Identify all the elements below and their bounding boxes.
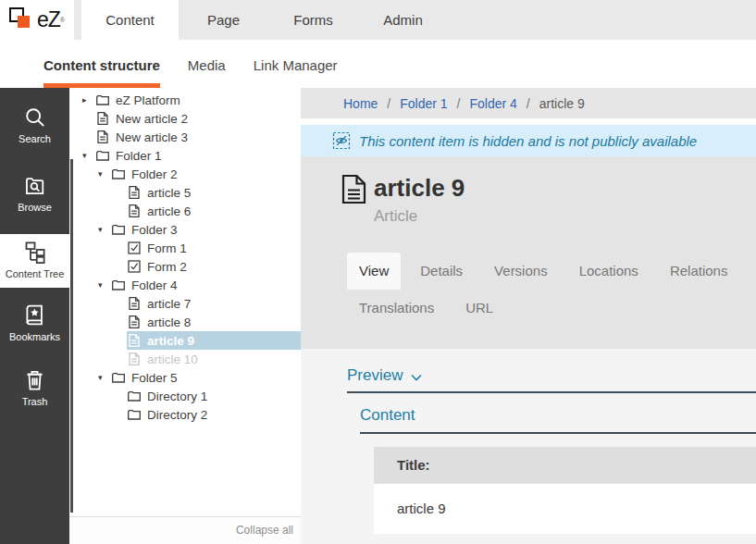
preview-label: Preview: [347, 366, 403, 385]
breadcrumb-separator: /: [387, 96, 390, 111]
tree-item-label: Folder 3: [131, 223, 178, 237]
tree-item-ez-platform[interactable]: ▸eZ Platform: [69, 91, 301, 109]
subnav-item-media[interactable]: Media: [188, 40, 226, 88]
tree-item-directory-1[interactable]: Directory 1: [69, 387, 301, 405]
folder-icon: [95, 148, 110, 163]
ez-logo-text: eZ: [37, 7, 60, 32]
tree-item-article-9[interactable]: article 9: [69, 331, 301, 350]
folder-icon: [111, 167, 126, 181]
tree-item-label: Folder 5: [131, 371, 178, 385]
tab-view[interactable]: View: [347, 253, 401, 290]
article-icon: [127, 204, 142, 218]
tree-item-article-8[interactable]: article 8: [69, 313, 301, 331]
hidden-content-notice: This content item is hidden and is not p…: [301, 125, 756, 156]
tree-item-form-1[interactable]: Form 1: [69, 239, 301, 257]
tree-item-folder-1[interactable]: ▾Folder 1: [69, 146, 301, 165]
folder-icon: [127, 389, 142, 403]
content-type-label: Article: [374, 207, 465, 226]
content-tabs: ViewDetailsVersionsLocationsRelations Tr…: [347, 253, 756, 327]
sidebar-item-browse[interactable]: Browse: [0, 169, 69, 229]
form-icon: [127, 241, 142, 255]
field-value: article 9: [374, 484, 756, 534]
tree-item-article-10[interactable]: article 10: [69, 350, 301, 368]
tab-details[interactable]: Details: [408, 253, 475, 290]
tree-item-label: eZ Platform: [116, 93, 180, 107]
tree-item-folder-2[interactable]: ▾Folder 2: [69, 165, 301, 183]
chevron-down-icon: [411, 367, 422, 386]
content-tree-icon: [22, 240, 47, 265]
tab-translations[interactable]: Translations: [347, 290, 446, 327]
tree-expanded-arrow-icon[interactable]: ▾: [82, 151, 95, 160]
top-nav-tabs: ContentPageFormsAdmin: [81, 0, 448, 40]
sidebar-item-bookmarks[interactable]: Bookmarks: [0, 299, 69, 358]
tree-item-form-2[interactable]: Form 2: [69, 257, 301, 276]
preview-section-toggle[interactable]: Preview: [347, 365, 756, 386]
ez-logo-icon: [9, 7, 34, 32]
document-icon: [341, 174, 366, 204]
registered-mark: ®: [60, 17, 65, 23]
tree-expanded-arrow-icon[interactable]: ▾: [98, 373, 111, 382]
tree-expanded-arrow-icon[interactable]: ▾: [98, 225, 111, 234]
article-icon: [127, 296, 142, 311]
tree-item-label: article 9: [147, 334, 194, 348]
sidebar-item-label: Trash: [0, 396, 69, 407]
article-icon: [127, 185, 142, 200]
article-icon: [127, 352, 142, 366]
folder-icon: [127, 407, 142, 422]
tree-item-label: Folder 1: [116, 149, 162, 163]
tree-item-label: Form 1: [147, 241, 187, 255]
tab-relations[interactable]: Relations: [658, 253, 740, 290]
tree-item-directory-2[interactable]: Directory 2: [69, 405, 301, 424]
top-bar: eZ® ContentPageFormsAdmin: [0, 0, 756, 40]
subnav-item-content-structure[interactable]: Content structure: [43, 40, 160, 88]
tree-item-article-6[interactable]: article 6: [69, 202, 301, 220]
tree-item-folder-5[interactable]: ▾Folder 5: [69, 368, 301, 387]
ez-logo[interactable]: eZ®: [0, 0, 74, 40]
article-icon: [95, 111, 110, 126]
tree-item-new-article-3[interactable]: New article 3: [69, 128, 301, 146]
tree-item-new-article-2[interactable]: New article 2: [69, 109, 301, 128]
article-icon: [127, 333, 142, 348]
tab-locations[interactable]: Locations: [567, 253, 651, 290]
collapse-all-button[interactable]: Collapse all: [69, 516, 301, 544]
breadcrumb-link-folder-1[interactable]: Folder 1: [400, 96, 447, 111]
breadcrumb: Home/Folder 1/Folder 4/article 9: [301, 88, 756, 118]
content-tree-panel: ▸eZ PlatformNew article 2New article 3▾F…: [69, 88, 301, 544]
content-tree-list: ▸eZ PlatformNew article 2New article 3▾F…: [69, 88, 301, 424]
tree-item-folder-4[interactable]: ▾Folder 4: [69, 276, 301, 294]
tree-collapsed-arrow-icon[interactable]: ▸: [82, 95, 95, 105]
folder-icon: [95, 93, 110, 107]
breadcrumb-separator: /: [527, 96, 530, 111]
tree-item-label: New article 2: [116, 112, 188, 126]
sidebar-item-label: Bookmarks: [0, 331, 69, 342]
tree-item-article-5[interactable]: article 5: [69, 183, 301, 202]
tree-expanded-arrow-icon[interactable]: ▾: [98, 280, 111, 290]
article-icon: [127, 315, 142, 329]
folder-icon: [111, 222, 126, 237]
tree-item-label: article 10: [147, 352, 198, 366]
top-tab-content[interactable]: Content: [81, 0, 179, 40]
sidebar-item-trash[interactable]: Trash: [0, 364, 69, 423]
top-tab-page[interactable]: Page: [179, 0, 268, 40]
content-header-area: article 9 Article ViewDetailsVersionsLoc…: [301, 156, 756, 349]
hidden-eye-icon: [332, 131, 351, 150]
sidebar-item-content-tree[interactable]: Content Tree: [0, 234, 69, 288]
sidebar-item-search[interactable]: Search: [0, 101, 69, 160]
tab-url[interactable]: URL: [453, 290, 505, 327]
sidebar-item-label: Browse: [0, 202, 69, 213]
tree-item-article-7[interactable]: article 7: [69, 294, 301, 313]
tree-item-label: Directory 2: [147, 408, 207, 422]
top-tab-forms[interactable]: Forms: [268, 0, 358, 40]
tree-expanded-arrow-icon[interactable]: ▾: [98, 169, 111, 179]
tab-versions[interactable]: Versions: [482, 253, 560, 290]
tree-scrollbar[interactable]: [70, 159, 73, 513]
tree-item-folder-3[interactable]: ▾Folder 3: [69, 220, 301, 239]
top-tab-admin[interactable]: Admin: [358, 0, 448, 40]
view-tab-content: Preview Content Title: article 9: [301, 349, 756, 544]
ez-platform-admin: eZ® ContentPageFormsAdmin Content struct…: [0, 0, 756, 544]
breadcrumb-link-folder-4[interactable]: Folder 4: [470, 96, 517, 111]
subnav-item-link-manager[interactable]: Link Manager: [254, 40, 338, 88]
breadcrumb-separator: /: [457, 96, 461, 111]
folder-icon: [111, 370, 126, 385]
breadcrumb-link-home[interactable]: Home: [343, 96, 378, 111]
